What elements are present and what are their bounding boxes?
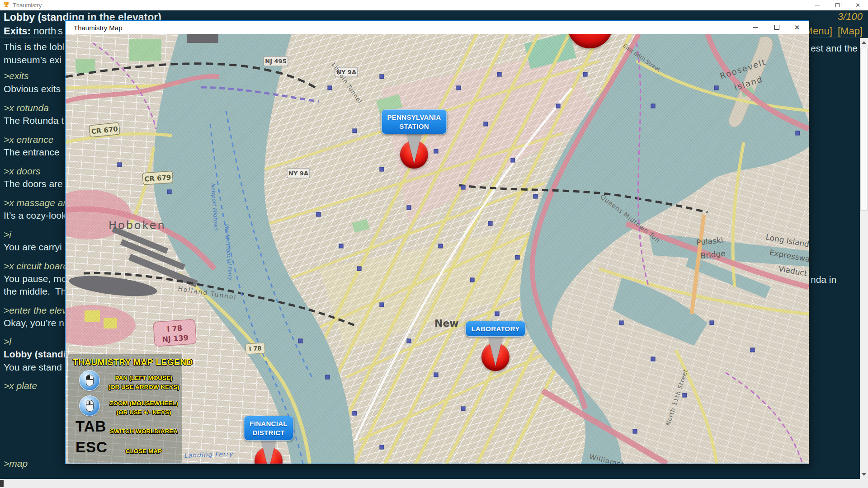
scrollbar-thumb[interactable] — [860, 48, 868, 211]
transcript-command: >exits — [4, 70, 28, 81]
transcript-line: The doors are — [4, 178, 63, 189]
pin-pointer — [488, 335, 503, 366]
transcript-line: The Rotunda t — [4, 115, 64, 126]
pin-label: FINANCIAL DISTRICT — [244, 416, 293, 441]
transcript-command: >x entrance — [4, 134, 53, 145]
transcript-command: >map — [4, 458, 28, 469]
transcript-line: You are stand — [4, 362, 62, 373]
transcript-command: >x plate — [4, 380, 37, 391]
mouse-pan-icon — [79, 370, 100, 391]
exits-line: Exits: north — [4, 25, 56, 37]
menu-map-links[interactable]: [Menu] [Map] — [802, 25, 863, 37]
transcript-command: >x circuit board — [4, 261, 68, 272]
legend-zoom-text: ZOOM (MOUSEWHEEL)(OR USE +/- KEYS) — [107, 399, 180, 417]
exits-label: Exits: — [4, 25, 31, 37]
map-window-title: Thaumistry Map — [74, 24, 123, 32]
map-window: Thaumistry Map ✕ — [65, 20, 809, 464]
transcript-line: museum’s exi — [4, 55, 61, 66]
transcript-line: You are carryi — [4, 242, 62, 253]
transcript-room-header: Lobby (standi — [4, 349, 66, 360]
transcript-line: Okay, you’re n — [4, 318, 64, 328]
window-title: Thaumistry — [13, 2, 42, 9]
exits-value: north — [31, 25, 56, 37]
thaumistry-app: Thaumistry ✕ Lobby (standing in the elev… — [0, 0, 868, 488]
transcript-line: It’s a cozy-look — [4, 210, 66, 221]
legend-tab-key: TAB — [75, 418, 106, 435]
map-minimize-button[interactable] — [745, 21, 765, 34]
scrollbar-down-arrow[interactable] — [860, 470, 868, 479]
legend-pan-text: PAN (LEFT MOUSE)(OR USE ARROW KEYS) — [107, 374, 180, 391]
transcript-line: This is the lobl — [4, 42, 64, 52]
minimize-button[interactable] — [807, 0, 827, 10]
scrollbar[interactable] — [860, 38, 868, 479]
transcript-command: >x doors — [4, 166, 40, 177]
pin-label: PENNSYLVANIA STATION — [382, 109, 447, 134]
score-indicator: 3/100 — [838, 11, 863, 23]
transcript-line: the middle. Th — [4, 286, 66, 297]
transcript-command: >x rotunda — [4, 103, 49, 113]
legend-title: THAUMISTRY MAP LEGEND — [73, 357, 193, 367]
pin-label: LABORATORY — [466, 321, 526, 337]
legend-esc-key: ESC — [75, 439, 108, 456]
restore-button[interactable] — [827, 0, 848, 10]
map-maximize-button[interactable] — [767, 21, 787, 34]
map-canvas[interactable]: CR 670 CR 679 NY 9A NY 9A NJ 495 — [66, 34, 809, 464]
map-close-button[interactable]: ✕ — [787, 21, 807, 34]
transcript-command: >enter the elev — [4, 305, 67, 316]
transcript-fragment: est and the — [811, 43, 858, 54]
command-input-bar[interactable] — [0, 479, 868, 488]
transcript-command: >l — [4, 336, 11, 347]
close-button[interactable]: ✕ — [848, 0, 868, 10]
transcript-command: >x massage are — [4, 197, 71, 208]
scrollbar-up-arrow[interactable] — [860, 38, 868, 47]
map-legend: THAUMISTRY MAP LEGEND PAN (LEFT MOUSE)(O… — [68, 354, 182, 463]
transcript-line: The entrance — [4, 147, 60, 158]
transcript-line: Obvious exits — [4, 84, 61, 94]
pin-pointer — [406, 133, 422, 164]
transcript-line: You pause, mo — [4, 273, 66, 284]
transcript-command: >i — [4, 229, 11, 240]
os-titlebar: Thaumistry ✕ — [0, 0, 868, 10]
exits-more: s — [58, 25, 63, 37]
transcript-fragment: nda in — [811, 274, 836, 285]
text-cursor — [0, 480, 4, 487]
legend-tab-text: SWITCH WORLD/AREA — [107, 427, 180, 436]
map-titlebar[interactable]: Thaumistry Map ✕ — [66, 21, 809, 34]
pin-pointer — [261, 439, 276, 464]
legend-esc-text: CLOSE MAP — [107, 447, 180, 456]
trophy-icon — [3, 1, 10, 9]
mouse-zoom-icon — [79, 395, 100, 416]
